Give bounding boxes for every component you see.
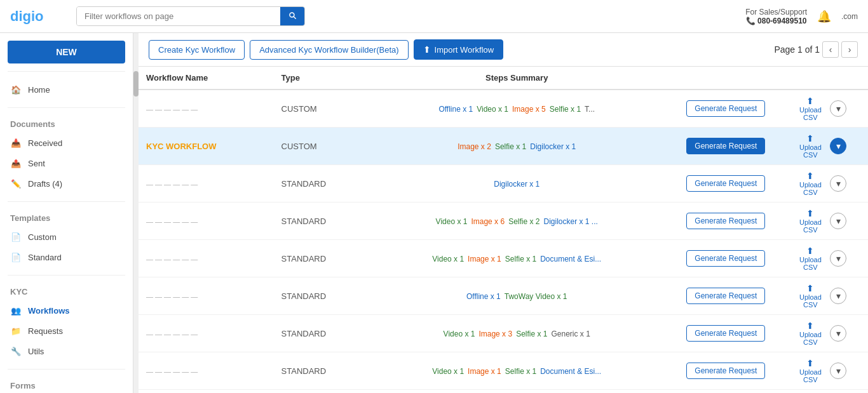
generate-request-button[interactable]: Generate Request <box>686 325 765 342</box>
generate-request-cell: Generate Request <box>679 128 787 165</box>
upload-csv-button[interactable]: ⬆ Upload CSV <box>794 246 826 271</box>
row-dropdown-button[interactable]: ▾ <box>830 213 846 229</box>
locale-selector[interactable]: .com <box>841 12 858 21</box>
csv-label: CSV <box>803 338 818 346</box>
topbar: digio For Sales/Support 📞 080-69489510 🔔… <box>0 0 868 33</box>
workflow-steps-cell: Video x 1Image x 6Selfie x 2Digilocker x… <box>355 203 679 240</box>
pagination: Page 1 of 1 ‹ › <box>774 41 858 58</box>
upload-csv-icon: ⬆ <box>806 283 814 293</box>
generate-request-button[interactable]: Generate Request <box>686 288 765 304</box>
sidebar-item-custom[interactable]: 📄 Custom <box>0 227 133 247</box>
upload-csv-label: Upload <box>799 368 822 376</box>
workflow-steps-cell: Offline x 1TwoWay Video x 1 <box>355 277 679 315</box>
generate-request-cell: Generate Request <box>679 90 787 128</box>
sidebar-utils-label: Utils <box>28 347 44 356</box>
upload-csv-button[interactable]: ⬆ Upload CSV <box>794 321 826 346</box>
kyc-section: KYC 👥 Workflows 📁 Requests 🔧 Utils <box>0 278 133 366</box>
row-dropdown-button[interactable]: ▾ <box>830 325 846 342</box>
scrollbar-thumb[interactable] <box>133 71 139 97</box>
actions-cell: ⬆ Upload CSV ▾ <box>787 90 868 128</box>
generate-request-button[interactable]: Generate Request <box>686 213 765 229</box>
generate-request-button[interactable]: Generate Request <box>686 138 765 154</box>
upload-csv-button[interactable]: ⬆ Upload CSV <box>794 171 826 196</box>
actions-cell: ⬆ Upload CSV ▾ <box>787 165 868 203</box>
row-dropdown-button[interactable]: ▾ <box>830 250 846 267</box>
generate-request-button[interactable]: Generate Request <box>686 175 765 192</box>
generate-request-button[interactable]: Generate Request <box>686 250 765 267</box>
upload-csv-icon: ⬆ <box>806 96 814 106</box>
content: Create Kyc Workflow Advanced Kyc Workflo… <box>139 33 868 393</box>
row-dropdown-button[interactable]: ▾ <box>830 138 846 154</box>
sidebar-drafts-label: Drafts (4) <box>28 179 62 189</box>
advanced-builder-button[interactable]: Advanced Kyc Workflow Builder(Beta) <box>250 40 408 60</box>
sidebar-divider-1 <box>8 71 125 72</box>
sidebar-item-requests[interactable]: 📁 Requests <box>0 321 133 341</box>
table-row: — — — — — —STANDARDOffline x 1TwoWay Vid… <box>139 277 868 315</box>
step-tag: Image x 6 <box>471 217 505 226</box>
upload-csv-label: Upload <box>799 106 822 114</box>
sidebar-standard-label: Standard <box>28 253 62 262</box>
sidebar-item-drafts[interactable]: ✏️ Drafts (4) <box>0 173 133 194</box>
page-info: Page 1 of 1 <box>774 44 820 55</box>
workflow-name-cell: — — — — — — <box>139 240 274 277</box>
generate-request-button[interactable]: Generate Request <box>686 100 765 117</box>
upload-csv-button[interactable]: ⬆ Upload CSV <box>794 208 826 234</box>
workflow-name-cell: — — — — — — <box>139 277 274 315</box>
app-container: digio For Sales/Support 📞 080-69489510 🔔… <box>0 0 868 393</box>
table-container: Workflow Name Type Steps Summary — — — —… <box>139 67 868 393</box>
step-tag: Image x 5 <box>512 105 546 114</box>
workflow-type-cell: STANDARD <box>274 352 355 390</box>
row-dropdown-button[interactable]: ▾ <box>830 363 846 379</box>
sidebar-item-sent[interactable]: 📤 Sent <box>0 153 133 173</box>
upload-csv-button[interactable]: ⬆ Upload CSV <box>794 96 826 121</box>
sidebar-item-utils[interactable]: 🔧 Utils <box>0 341 133 361</box>
workflow-steps-cell: Video x 1Image x 1Selfie x 1Document & E… <box>355 240 679 277</box>
new-button[interactable]: NEW <box>8 41 125 63</box>
sidebar-item-workflows[interactable]: 👥 Workflows <box>0 300 133 321</box>
import-workflow-button[interactable]: ⬆ Import Workflow <box>414 39 504 60</box>
create-kyc-workflow-button[interactable]: Create Kyc Workflow <box>149 40 245 60</box>
actions-cell: ⬆ Upload CSV ▾ <box>787 390 868 394</box>
step-tag: Digilocker x 1 <box>494 180 539 189</box>
workflow-type-cell: STANDARD <box>274 390 355 394</box>
sidebar-divider-4 <box>8 275 125 276</box>
step-tag: Digilocker x 1 <box>530 142 576 151</box>
table-row: — — — — — —STANDARDVideo x 1Image x 1Sel… <box>139 352 868 390</box>
row-dropdown-button[interactable]: ▾ <box>830 175 846 192</box>
sidebar-home-label: Home <box>28 85 50 95</box>
kyc-header: KYC <box>0 283 133 300</box>
templates-section: Templates 📄 Custom 📄 Standard <box>0 204 133 272</box>
prev-page-button[interactable]: ‹ <box>822 41 839 58</box>
step-tag: Image x 3 <box>478 330 512 338</box>
row-dropdown-button[interactable]: ▾ <box>830 288 846 304</box>
upload-csv-button[interactable]: ⬆ Upload CSV <box>794 358 826 383</box>
generate-request-cell: Generate Request <box>679 390 787 394</box>
csv-label: CSV <box>803 189 818 196</box>
sidebar-item-standard[interactable]: 📄 Standard <box>0 247 133 267</box>
documents-header: Documents <box>0 116 133 133</box>
upload-csv-button[interactable]: ⬆ Upload CSV <box>794 283 826 309</box>
sidebar: NEW 🏠 Home Documents 📥 Received 📤 Sent <box>0 33 133 393</box>
step-tag: TwoWay Video x 1 <box>505 292 567 301</box>
upload-csv-icon: ⬆ <box>806 208 814 218</box>
generate-request-button[interactable]: Generate Request <box>686 363 765 379</box>
drafts-icon: ✏️ <box>10 178 22 189</box>
upload-csv-button[interactable]: ⬆ Upload CSV <box>794 133 826 159</box>
scroll-gutter <box>133 33 139 393</box>
support-label: For Sales/Support <box>745 8 807 17</box>
search-input[interactable] <box>77 7 280 25</box>
workflow-name-cell: — — — — — — <box>139 203 274 240</box>
sidebar-item-received[interactable]: 📥 Received <box>0 133 133 153</box>
table-row: — — — — — —STANDARDOffline x 1Generate R… <box>139 390 868 394</box>
sidebar-item-home[interactable]: 🏠 Home <box>0 79 133 100</box>
notification-icon[interactable]: 🔔 <box>817 10 831 23</box>
csv-label: CSV <box>803 226 818 234</box>
row-dropdown-button[interactable]: ▾ <box>830 100 846 117</box>
sidebar-divider-5 <box>8 369 125 370</box>
custom-template-icon: 📄 <box>10 231 22 243</box>
workflow-name-cell: — — — — — — <box>139 315 274 352</box>
search-button[interactable] <box>280 7 304 25</box>
next-page-button[interactable]: › <box>841 41 858 58</box>
col-type: Type <box>274 67 355 90</box>
workflow-type-cell: STANDARD <box>274 315 355 352</box>
